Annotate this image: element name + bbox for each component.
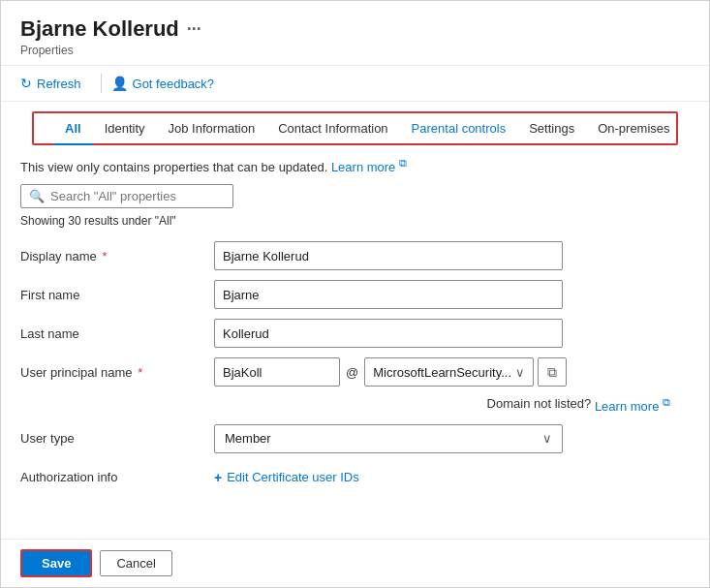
page-header: Bjarne Kollerud ··· Properties: [1, 1, 709, 66]
page-subtitle: Properties: [20, 44, 690, 57]
save-button[interactable]: Save: [20, 549, 92, 577]
footer: Save Cancel: [1, 539, 709, 587]
upn-row: User principal name * @ MicrosoftLearnSe…: [20, 357, 690, 387]
tab-all[interactable]: All: [53, 113, 93, 145]
auth-info-label: Authorization info: [20, 470, 214, 484]
required-indicator-upn: *: [138, 365, 142, 380]
plus-icon: +: [214, 470, 222, 485]
refresh-icon: ↻: [20, 76, 32, 91]
at-symbol: @: [344, 365, 360, 380]
info-text: This view only contains properties that …: [20, 157, 690, 174]
last-name-input[interactable]: [214, 319, 563, 348]
auth-info-row: Authorization info + Edit Certificate us…: [20, 463, 690, 492]
display-name-label: Display name *: [20, 249, 214, 263]
domain-dropdown[interactable]: MicrosoftLearnSecurity... ∨: [364, 357, 534, 387]
required-indicator: *: [102, 249, 107, 263]
display-name-row: Display name *: [20, 241, 690, 270]
tab-contact-information[interactable]: Contact Information: [266, 113, 399, 145]
domain-hint-row: Domain not listed? Learn more ⧉: [20, 396, 690, 414]
user-type-label: User type: [20, 431, 214, 446]
cancel-button[interactable]: Cancel: [100, 550, 171, 576]
upn-label: User principal name *: [20, 365, 214, 380]
page-title: Bjarne Kollerud ···: [20, 16, 690, 42]
learn-more-link[interactable]: Learn more ⧉: [331, 160, 407, 174]
upn-group: @ MicrosoftLearnSecurity... ∨ ⧉: [214, 357, 582, 387]
tab-identity[interactable]: Identity: [93, 113, 157, 145]
showing-results-text: Showing 30 results under "All": [20, 214, 690, 228]
tab-job-information[interactable]: Job Information: [157, 113, 267, 145]
chevron-down-icon-2: ∨: [542, 431, 552, 446]
display-name-input[interactable]: [214, 241, 563, 270]
domain-hint-text: Domain not listed?: [487, 396, 592, 414]
copy-button[interactable]: ⧉: [538, 357, 567, 387]
first-name-row: First name: [20, 280, 690, 309]
domain-learn-more-link[interactable]: Learn more ⧉: [595, 396, 670, 414]
user-type-value: Member: [225, 431, 271, 446]
tab-settings[interactable]: Settings: [517, 113, 586, 145]
external-link-icon: ⧉: [399, 157, 407, 169]
user-type-dropdown[interactable]: Member ∨: [214, 424, 563, 453]
upn-input[interactable]: [214, 357, 340, 387]
copy-icon: ⧉: [547, 364, 557, 381]
tabs-bar: All Identity Job Information Contact Inf…: [32, 111, 678, 145]
search-input[interactable]: [50, 189, 225, 203]
chevron-down-icon: ∨: [515, 365, 525, 380]
content-area: This view only contains properties that …: [1, 145, 709, 539]
first-name-label: First name: [20, 288, 214, 302]
search-box[interactable]: 🔍: [20, 184, 233, 208]
search-icon: 🔍: [29, 189, 45, 203]
first-name-input[interactable]: [214, 280, 563, 309]
tab-parental-controls[interactable]: Parental controls: [400, 113, 518, 145]
last-name-row: Last name: [20, 319, 690, 348]
domain-value: MicrosoftLearnSecurity...: [373, 365, 511, 380]
edit-certificate-button[interactable]: + Edit Certificate user IDs: [214, 470, 359, 485]
refresh-button[interactable]: ↻ Refresh: [20, 72, 91, 95]
user-type-row: User type Member ∨: [20, 424, 690, 453]
toolbar: ↻ Refresh 👤 Got feedback?: [1, 66, 709, 102]
feedback-button[interactable]: 👤 Got feedback?: [111, 72, 225, 95]
more-options-icon[interactable]: ···: [187, 19, 201, 40]
feedback-icon: 👤: [111, 76, 128, 91]
toolbar-divider: [101, 74, 102, 93]
external-link-icon-2: ⧉: [663, 396, 670, 408]
tab-on-premises[interactable]: On-premises: [586, 113, 681, 145]
last-name-label: Last name: [20, 326, 214, 341]
